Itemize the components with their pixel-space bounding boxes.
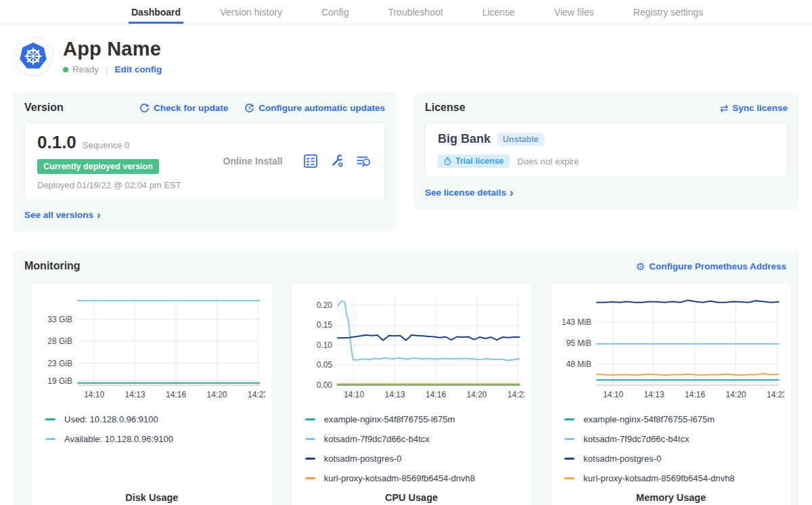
disk-usage-chart: 14:1014:1314:1614:2014:2333 GiB28 GiB23 …	[39, 290, 265, 401]
legend-label: kurl-proxy-kotsadm-8569fb6454-dnvh8	[324, 473, 475, 483]
customer-name: Big Bank	[438, 132, 491, 146]
tab-version-history[interactable]: Version history	[217, 0, 285, 24]
svg-text:19 GiB: 19 GiB	[47, 376, 72, 386]
legend-item: kotsadm-postgres-0	[305, 449, 525, 468]
svg-text:28 GiB: 28 GiB	[47, 336, 72, 346]
monitoring-title: Monitoring	[24, 260, 81, 272]
sequence-label: Sequence 0	[83, 140, 129, 150]
chevron-right-icon: ›	[510, 190, 514, 196]
gear-icon: ⚙	[636, 261, 645, 271]
legend-dash-icon	[305, 477, 315, 479]
svg-text:14:13: 14:13	[125, 390, 145, 399]
status-badge: Ready	[72, 64, 99, 74]
legend-label: Used: 10.128.0.96:9100	[64, 414, 158, 424]
svg-text:14:20: 14:20	[726, 390, 746, 399]
legend-dash-icon	[564, 477, 574, 479]
legend-item: Used: 10.128.0.96:9100	[45, 410, 265, 429]
wrench-gear-icon	[329, 153, 345, 169]
sync-license-link[interactable]: ⇄ Sync license	[720, 103, 788, 113]
logs-search-icon	[355, 154, 372, 169]
channel-badge: Unstable	[497, 133, 544, 146]
legend-item: kotsadm-7f9dc7d66c-b4tcx	[305, 429, 525, 449]
svg-text:0.20: 0.20	[316, 301, 332, 310]
license-type-badge: Trial license	[438, 154, 510, 168]
edit-config-tools-button[interactable]	[329, 153, 345, 169]
see-all-versions-link[interactable]: See all versions ›	[24, 210, 101, 220]
check-for-update-link[interactable]: Check for update	[139, 103, 228, 113]
legend-dash-icon	[305, 458, 315, 460]
license-card-title: License	[425, 102, 466, 114]
see-license-details-link[interactable]: See license details ›	[425, 188, 514, 198]
schedule-update-icon	[244, 103, 254, 113]
status-dot-icon	[63, 67, 68, 72]
svg-text:0.05: 0.05	[316, 360, 332, 370]
chart-title: Disk Usage	[39, 492, 265, 505]
svg-text:33 GiB: 33 GiB	[47, 315, 72, 324]
svg-text:14:10: 14:10	[84, 390, 104, 399]
legend-dash-icon	[564, 438, 574, 440]
svg-text:23 GiB: 23 GiB	[47, 359, 72, 368]
cpu-usage-chart: 14:1014:1314:1614:2014:230.200.150.100.0…	[298, 290, 525, 401]
license-card: License ⇄ Sync license Big Bank Unstable	[414, 92, 798, 209]
refresh-icon	[139, 103, 150, 113]
svg-text:14:20: 14:20	[207, 390, 227, 399]
dashboard-content: Version Check for update	[0, 92, 812, 505]
svg-text:14:23: 14:23	[767, 390, 784, 399]
svg-text:0.00: 0.00	[316, 380, 332, 390]
svg-text:14:16: 14:16	[426, 390, 446, 399]
svg-text:95 MiB: 95 MiB	[566, 338, 591, 348]
version-card-title: Version	[24, 102, 64, 114]
tab-config[interactable]: Config	[319, 0, 351, 24]
svg-text:14:23: 14:23	[508, 390, 525, 399]
chart-title: Memory Usage	[558, 492, 784, 505]
version-card: Version Check for update	[14, 92, 396, 232]
legend-item: kurl-proxy-kotsadm-8569fb6454-dnvh8	[305, 468, 525, 488]
legend-label: kotsadm-7f9dc7d66c-b4tcx	[324, 434, 430, 444]
memory-usage-legend: example-nginx-54f8f76755-l675mkotsadm-7f…	[564, 410, 784, 488]
legend-item: example-nginx-54f8f76755-l675m	[564, 410, 784, 429]
disk-usage-legend: Used: 10.128.0.96:9100Available: 10.128.…	[45, 410, 265, 449]
legend-dash-icon	[45, 438, 55, 440]
configure-automatic-updates-link[interactable]: Configure automatic updates	[244, 103, 385, 113]
svg-text:0.15: 0.15	[316, 320, 332, 330]
legend-label: kurl-proxy-kotsadm-8569fb6454-dnvh8	[583, 473, 734, 483]
svg-text:48 MiB: 48 MiB	[566, 359, 591, 369]
legend-dash-icon	[305, 418, 315, 420]
tab-troubleshoot[interactable]: Troubleshoot	[385, 0, 445, 24]
legend-label: example-nginx-54f8f76755-l675m	[324, 414, 455, 424]
deployed-version-badge: Currently deployed version	[37, 159, 159, 174]
legend-dash-icon	[305, 438, 315, 440]
svg-text:14:23: 14:23	[248, 390, 265, 399]
legend-label: kotsadm-postgres-0	[324, 454, 402, 464]
configure-prometheus-link[interactable]: ⚙ Configure Prometheus Address	[636, 261, 786, 271]
legend-item: kurl-proxy-kotsadm-8569fb6454-dnvh8	[564, 468, 784, 488]
expiry-label: Does not expire	[518, 156, 579, 167]
checklist-icon	[302, 153, 319, 169]
preflight-checks-button[interactable]	[302, 153, 319, 169]
chevron-right-icon: ›	[97, 212, 101, 219]
svg-text:14:10: 14:10	[344, 390, 364, 399]
disk-usage-chart-card: 14:1014:1314:1614:2014:2333 GiB28 GiB23 …	[31, 283, 273, 505]
tab-dashboard[interactable]: Dashboard	[129, 0, 183, 24]
tab-registry-settings[interactable]: Registry settings	[631, 0, 706, 24]
divider: |	[106, 64, 108, 74]
cpu-usage-legend: example-nginx-54f8f76755-l675mkotsadm-7f…	[305, 410, 525, 488]
kubernetes-logo-icon	[14, 37, 53, 76]
tab-view-files[interactable]: View files	[551, 0, 597, 24]
legend-label: example-nginx-54f8f76755-l675m	[583, 414, 715, 424]
page-title: App Name	[63, 38, 162, 60]
tab-license[interactable]: License	[480, 0, 518, 24]
legend-label: kotsadm-7f9dc7d66c-b4tcx	[583, 434, 689, 444]
svg-text:14:13: 14:13	[384, 390, 405, 399]
svg-text:14:16: 14:16	[685, 390, 705, 399]
svg-text:14:13: 14:13	[644, 390, 664, 399]
svg-text:14:10: 14:10	[604, 390, 624, 399]
legend-dash-icon	[45, 418, 55, 420]
edit-config-link[interactable]: Edit config	[115, 64, 162, 74]
memory-usage-chart: 14:1014:1314:1614:2014:23143 MiB95 MiB48…	[558, 290, 784, 401]
legend-item: example-nginx-54f8f76755-l675m	[305, 410, 525, 429]
view-deploy-logs-button[interactable]	[355, 154, 372, 169]
svg-text:14:16: 14:16	[166, 390, 186, 399]
legend-dash-icon	[564, 458, 574, 460]
legend-item: kotsadm-7f9dc7d66c-b4tcx	[564, 429, 784, 449]
